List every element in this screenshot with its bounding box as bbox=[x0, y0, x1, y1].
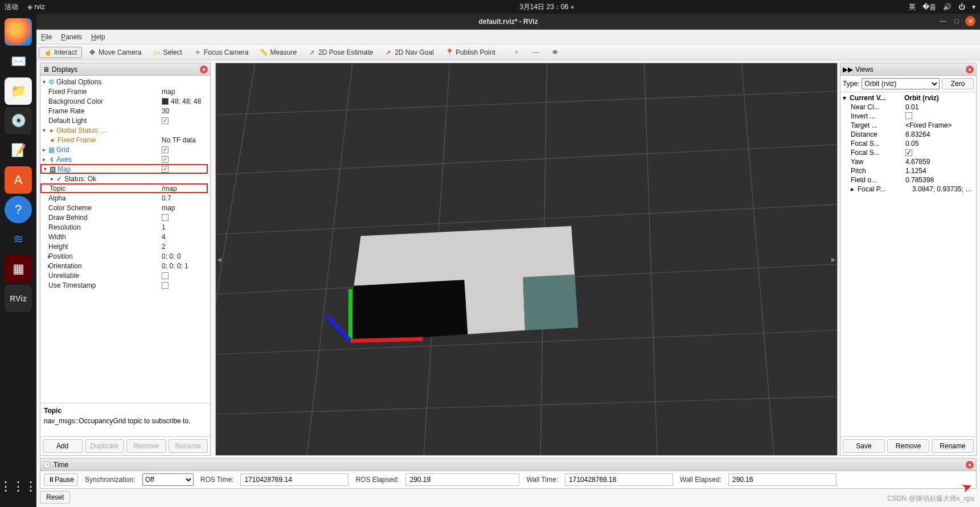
ros-elapsed-label: ROS Elapsed: bbox=[355, 476, 399, 484]
gear-icon: ⚙ bbox=[47, 78, 55, 86]
wall-elapsed-value bbox=[728, 473, 837, 486]
views-type-label: Type: bbox=[843, 80, 859, 88]
views-title: Views bbox=[855, 66, 874, 73]
tool-move-camera[interactable]: ✥Move Camera bbox=[83, 47, 146, 58]
displays-tree[interactable]: ▾⚙Global Options Fixed Framemap Backgrou… bbox=[40, 76, 210, 403]
launcher-screenshot[interactable]: ▦ bbox=[5, 255, 32, 283]
tool-publish-point[interactable]: 📍Publish Point bbox=[440, 47, 501, 58]
svg-marker-16 bbox=[523, 275, 578, 330]
tool-remove[interactable]: — bbox=[527, 47, 545, 58]
views-panel: ▶▶ Views ● Type: Orbit (rviz) Zero ▾Curr… bbox=[840, 63, 977, 456]
launcher-writer[interactable]: 📝 bbox=[5, 137, 32, 164]
tool-measure[interactable]: 📏Measure bbox=[255, 47, 302, 58]
tool-focus-camera[interactable]: ✧Focus Camera bbox=[188, 47, 254, 58]
launcher-thunderbird[interactable]: ✉️ bbox=[5, 48, 32, 75]
tool-add[interactable]: ＋ bbox=[507, 46, 526, 59]
wall-time-value bbox=[565, 473, 673, 486]
activities-button[interactable]: 活动 bbox=[5, 2, 18, 12]
map-checkbox[interactable] bbox=[162, 166, 169, 173]
views-close-button[interactable]: ● bbox=[966, 66, 974, 73]
pause-button[interactable]: ⏸Pause bbox=[44, 473, 78, 486]
menu-caret-icon[interactable]: ▾ bbox=[972, 3, 975, 11]
wall-elapsed-label: Wall Elapsed: bbox=[680, 476, 721, 484]
interact-icon: ☝ bbox=[44, 48, 52, 56]
launcher-files[interactable]: 📁 bbox=[5, 77, 32, 105]
grid-checkbox[interactable] bbox=[162, 146, 169, 153]
svg-line-7 bbox=[306, 63, 354, 455]
views-tree[interactable]: ▾Current V...Orbit (rviz) Near Cl...0.01… bbox=[840, 92, 976, 436]
window-close-button[interactable]: ✕ bbox=[965, 16, 975, 26]
app-indicator[interactable]: ◈ rviz bbox=[27, 3, 45, 11]
tool-2d-pose-estimate[interactable]: ➚2D Pose Estimate bbox=[303, 47, 378, 58]
svg-line-1 bbox=[216, 143, 837, 176]
tool-select[interactable]: ▭Select bbox=[147, 47, 187, 58]
invert-z-checkbox[interactable] bbox=[905, 112, 912, 119]
power-icon[interactable]: ⏻ bbox=[958, 3, 965, 11]
bgcolor-swatch bbox=[162, 98, 169, 105]
rviz-window: default.rviz* - RViz — □ ✕ File Panels H… bbox=[36, 14, 980, 507]
views-type-select[interactable]: Orbit (rviz) bbox=[862, 78, 940, 89]
views-remove-button[interactable]: Remove bbox=[887, 439, 929, 453]
move-camera-icon: ✥ bbox=[88, 48, 96, 56]
displays-close-button[interactable]: ● bbox=[200, 66, 208, 73]
menu-panels[interactable]: Panels bbox=[61, 33, 82, 41]
displays-description: Topic nav_msgs::OccupancyGrid topic to s… bbox=[40, 403, 210, 436]
svg-line-19 bbox=[326, 316, 350, 341]
launcher-software[interactable]: A bbox=[5, 166, 32, 194]
views-zero-button[interactable]: Zero bbox=[942, 78, 974, 89]
warning-icon: ● bbox=[48, 136, 56, 144]
tool-visibility[interactable]: 👁 bbox=[546, 47, 564, 58]
time-title: Time bbox=[54, 461, 68, 469]
window-minimize-button[interactable]: — bbox=[938, 16, 948, 26]
minus-icon: — bbox=[532, 48, 540, 56]
axes-checkbox[interactable] bbox=[162, 156, 169, 163]
views-rename-button[interactable]: Rename bbox=[932, 439, 974, 453]
menu-file[interactable]: File bbox=[41, 33, 52, 41]
svg-line-17 bbox=[350, 339, 423, 341]
axes-icon: ⨞ bbox=[47, 156, 55, 163]
svg-marker-15 bbox=[464, 277, 525, 334]
default-light-checkbox[interactable] bbox=[162, 117, 169, 124]
ros-time-label: ROS Time: bbox=[200, 476, 234, 484]
network-icon[interactable]: �품 bbox=[922, 2, 936, 12]
displays-add-button[interactable]: Add bbox=[43, 439, 83, 453]
displays-rename-button[interactable]: Rename bbox=[169, 439, 208, 453]
clock[interactable]: 3月14日 23：06 bbox=[519, 3, 568, 11]
menu-help[interactable]: Help bbox=[91, 33, 105, 41]
titlebar: default.rviz* - RViz — □ ✕ bbox=[36, 14, 980, 30]
sync-label: Synchronization: bbox=[85, 476, 136, 484]
ime-indicator[interactable]: 英 bbox=[909, 2, 916, 12]
displays-duplicate-button[interactable]: Duplicate bbox=[85, 439, 125, 453]
launcher-rhythmbox[interactable]: 💿 bbox=[5, 107, 32, 134]
svg-marker-14 bbox=[350, 280, 468, 342]
launcher-help[interactable]: ? bbox=[5, 196, 32, 223]
displays-remove-button[interactable]: Remove bbox=[126, 439, 166, 453]
focal-fixed-checkbox[interactable]: ✓ bbox=[905, 149, 912, 156]
reset-button[interactable]: Reset bbox=[40, 491, 70, 504]
clock-icon: 🕓 bbox=[43, 461, 51, 469]
nav-goal-icon: ➚ bbox=[384, 48, 392, 56]
sync-select[interactable]: Off bbox=[142, 473, 194, 486]
tool-interact[interactable]: ☝Interact bbox=[39, 47, 82, 58]
draw-behind-checkbox[interactable] bbox=[162, 214, 169, 221]
toolbar: ☝Interact ✥Move Camera ▭Select ✧Focus Ca… bbox=[36, 44, 980, 60]
displays-icon: 🖥 bbox=[43, 66, 50, 73]
pause-icon: ⏸ bbox=[48, 476, 55, 484]
unreliable-checkbox[interactable] bbox=[162, 272, 169, 279]
svg-line-4 bbox=[216, 329, 837, 355]
launcher-vscode[interactable]: ≋ bbox=[5, 226, 32, 253]
launcher-firefox[interactable] bbox=[5, 18, 32, 46]
3d-viewport[interactable]: ◀ ▶ bbox=[215, 63, 838, 456]
time-close-button[interactable]: ● bbox=[966, 461, 974, 469]
views-save-button[interactable]: Save bbox=[843, 439, 885, 453]
ros-elapsed-value bbox=[405, 473, 519, 486]
pose-estimate-icon: ➚ bbox=[308, 48, 316, 56]
use-timestamp-checkbox[interactable] bbox=[162, 282, 169, 289]
check-icon: ✓ bbox=[55, 175, 63, 183]
window-maximize-button[interactable]: □ bbox=[952, 16, 962, 26]
launcher-rviz[interactable]: RViz bbox=[5, 285, 32, 312]
volume-icon[interactable]: 🔊 bbox=[943, 3, 952, 11]
tool-2d-nav-goal[interactable]: ➚2D Nav Goal bbox=[379, 47, 439, 58]
publish-point-icon: 📍 bbox=[445, 48, 453, 56]
launcher-apps-grid[interactable]: ⋮⋮⋮ bbox=[5, 473, 32, 500]
